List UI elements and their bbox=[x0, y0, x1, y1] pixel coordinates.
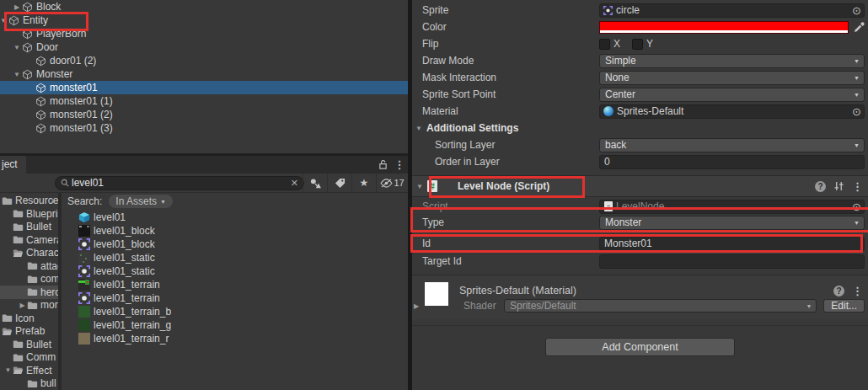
hierarchy-item-monster01-selected[interactable]: monster01 bbox=[0, 81, 408, 94]
tree-item-effect[interactable]: ▼ Effect bbox=[0, 364, 58, 377]
search-by-label-button[interactable] bbox=[327, 174, 351, 193]
folder-icon bbox=[27, 379, 38, 388]
search-input[interactable] bbox=[72, 177, 291, 189]
material-menu-icon[interactable]: ⋮ bbox=[852, 285, 863, 297]
tree-item-prefab-comm[interactable]: Comm bbox=[0, 351, 58, 365]
sprite-row: Sprite circle ⊙ bbox=[412, 2, 868, 19]
result-item-level01-static-texture[interactable]: level01_static bbox=[62, 251, 408, 264]
sorting-layer-dropdown[interactable]: back ▼ bbox=[599, 138, 865, 152]
expand-arrow-icon[interactable]: ▶ bbox=[414, 302, 425, 310]
result-item-level01-static-sprite[interactable]: level01_static bbox=[62, 264, 408, 278]
scroll-up-arrow-icon[interactable]: ▲ bbox=[50, 197, 56, 205]
tree-item-hero[interactable]: hero bbox=[0, 286, 58, 299]
tree-item-effect-bullet[interactable]: bull bbox=[0, 377, 58, 390]
tree-item-comm[interactable]: comm bbox=[0, 273, 58, 286]
result-item-level01-terrain-r[interactable]: level01_terrain_r bbox=[62, 332, 408, 345]
expand-arrow-icon[interactable]: ▼ bbox=[416, 183, 427, 190]
hierarchy-item-door01[interactable]: door01 (2) bbox=[0, 54, 408, 67]
collapse-arrow-icon[interactable]: ▶ bbox=[18, 302, 27, 309]
add-component-button[interactable]: Add Component bbox=[545, 338, 735, 356]
hierarchy-item-playerborn[interactable]: PlayerBorn bbox=[0, 27, 408, 40]
flip-row: Flip X Y bbox=[412, 35, 868, 52]
mask-interaction-dropdown[interactable]: None ▼ bbox=[599, 71, 865, 85]
hierarchy-item-door[interactable]: ▼ Door bbox=[0, 40, 408, 54]
expand-arrow-icon[interactable]: ▼ bbox=[0, 17, 8, 24]
tree-item-prefab[interactable]: Prefab bbox=[0, 325, 58, 339]
tree-item-character[interactable]: Characte bbox=[0, 247, 58, 260]
result-item-level01-block-sprite[interactable]: level01_block bbox=[62, 238, 408, 251]
hierarchy-item-block[interactable]: ▶ Block bbox=[0, 0, 408, 13]
component-menu-icon[interactable]: ⋮ bbox=[852, 180, 863, 193]
flip-y-checkbox[interactable] bbox=[632, 39, 643, 50]
hierarchy-item-entity[interactable]: ▼ Entity bbox=[0, 13, 408, 27]
search-scope-chip[interactable]: In Assets ▼ bbox=[109, 195, 173, 208]
hierarchy-item-monster[interactable]: ▼ Monster bbox=[0, 67, 408, 81]
tab-project[interactable]: ject bbox=[0, 156, 26, 174]
expand-arrow-icon[interactable]: ▼ bbox=[3, 366, 13, 374]
panel-menu-icon[interactable]: ⋮ bbox=[391, 158, 408, 171]
script-row: Script # LevelNode ⊙ bbox=[412, 199, 868, 214]
tree-item-blueprint[interactable]: Blueprint bbox=[0, 207, 58, 221]
sprite-sort-point-dropdown[interactable]: Center ▼ bbox=[599, 88, 865, 102]
result-item-level01-terrain-texture[interactable]: level01_terrain bbox=[62, 278, 408, 291]
tree-item-prefab-bullet[interactable]: Bullet bbox=[0, 338, 58, 351]
presets-icon[interactable] bbox=[833, 181, 844, 191]
flip-x-checkbox[interactable] bbox=[599, 39, 610, 50]
tree-item-attack[interactable]: attack bbox=[0, 259, 58, 273]
tree-item-bullet[interactable]: Bullet bbox=[0, 221, 58, 234]
expand-arrow-icon[interactable]: ▼ bbox=[12, 44, 22, 51]
clear-search-icon[interactable]: ✕ bbox=[291, 178, 298, 189]
script-label: Script bbox=[422, 200, 599, 212]
folder-icon bbox=[13, 353, 24, 362]
help-icon[interactable]: ? bbox=[815, 181, 826, 192]
hierarchy-item-monster01-2[interactable]: monster01 (2) bbox=[0, 108, 408, 121]
folder-icon bbox=[27, 261, 38, 270]
object-picker-icon[interactable]: ⊙ bbox=[852, 106, 861, 117]
result-item-label: level01_terrain bbox=[94, 279, 160, 291]
favorites-star-button[interactable]: ★ bbox=[351, 174, 376, 193]
type-label: Type bbox=[422, 216, 599, 228]
hierarchy-item-label: monster01 (2) bbox=[50, 109, 113, 120]
expand-arrow-icon[interactable]: ▼ bbox=[12, 71, 22, 78]
script-object-field[interactable]: # LevelNode ⊙ bbox=[599, 200, 865, 214]
result-item-level01-terrain-g[interactable]: level01_terrain_g bbox=[62, 318, 408, 332]
project-search-box[interactable]: ✕ bbox=[55, 176, 304, 190]
folder-open-icon bbox=[13, 366, 24, 375]
id-field[interactable]: Monster01 bbox=[599, 237, 865, 251]
hierarchy-item-monster01-3[interactable]: monster01 (3) bbox=[0, 121, 408, 135]
eyedropper-icon[interactable] bbox=[854, 22, 865, 33]
texture-thumbnail-icon bbox=[78, 252, 90, 264]
sprite-object-field[interactable]: circle ⊙ bbox=[599, 3, 865, 18]
edit-shader-button[interactable]: Edit... bbox=[823, 299, 865, 313]
expand-arrow-icon[interactable]: ▼ bbox=[415, 125, 426, 132]
level-node-component-header[interactable]: ▼ # Level Node (Script) ? ⋮ bbox=[412, 175, 868, 197]
hierarchy-item-label: monster01 bbox=[50, 82, 98, 93]
color-swatch[interactable] bbox=[599, 21, 849, 34]
help-icon[interactable]: ? bbox=[833, 286, 844, 297]
shader-dropdown[interactable]: Sprites/Default ▼ bbox=[504, 299, 817, 313]
type-dropdown[interactable]: Monster ▼ bbox=[599, 216, 865, 230]
alpha-bar bbox=[600, 30, 848, 33]
order-in-layer-field[interactable]: 0 bbox=[599, 155, 865, 169]
lock-icon[interactable] bbox=[374, 159, 391, 169]
hierarchy-item-monster01-1[interactable]: monster01 (1) bbox=[0, 94, 408, 108]
tree-item-monster-folder[interactable]: ▶ monst bbox=[0, 299, 58, 313]
object-picker-icon[interactable]: ⊙ bbox=[852, 5, 861, 16]
additional-settings-row[interactable]: ▼ Additional Settings bbox=[412, 120, 868, 136]
object-picker-icon[interactable]: ⊙ bbox=[852, 201, 861, 212]
target-id-field[interactable] bbox=[599, 254, 865, 269]
result-item-level01-terrain-b[interactable]: level01_terrain_b bbox=[62, 305, 408, 318]
search-by-type-button[interactable] bbox=[303, 174, 327, 193]
result-item-label: level01_static bbox=[94, 252, 155, 264]
tree-item-icon[interactable]: Icon bbox=[0, 312, 58, 325]
result-item-level01-terrain-sprite[interactable]: level01_terrain bbox=[62, 291, 408, 305]
result-item-level01-block-texture[interactable]: level01_block bbox=[62, 224, 408, 238]
draw-mode-dropdown[interactable]: Simple ▼ bbox=[599, 54, 865, 68]
tree-item-cameras[interactable]: CameraS bbox=[0, 233, 58, 247]
folder-icon bbox=[13, 235, 24, 244]
hidden-results-button[interactable]: 17 bbox=[376, 174, 408, 193]
tilemap-asset-icon bbox=[78, 211, 90, 223]
material-object-field[interactable]: Sprites-Default ⊙ bbox=[599, 104, 865, 119]
result-item-level01[interactable]: level01 bbox=[62, 211, 408, 224]
collapse-arrow-icon[interactable]: ▶ bbox=[12, 3, 22, 11]
